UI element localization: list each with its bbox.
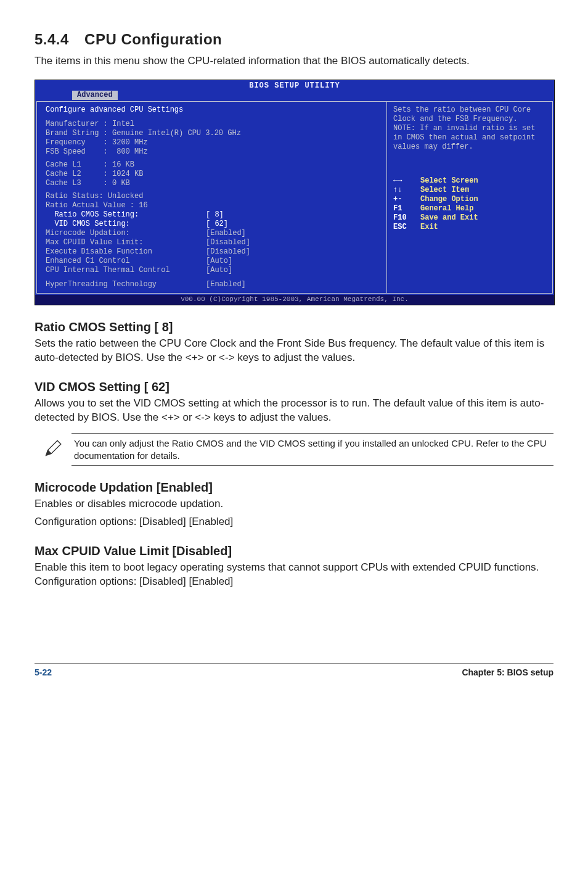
bios-tabs: Advanced [35, 91, 554, 100]
section-intro: The items in this menu show the CPU-rela… [35, 54, 553, 68]
bios-setting-row[interactable]: CPU Internal Thermal Control[Auto] [46, 266, 380, 275]
section-title: CPU Configuration [84, 31, 222, 47]
bios-info-row: Frequency : 3200 MHz [46, 138, 380, 147]
bios-left-heading: Configure advanced CPU Settings [46, 105, 380, 115]
bios-right-panel: Sets the ratio between CPU Core Clock an… [386, 101, 553, 294]
subheading-vid: VID CMOS Setting [ 62] [35, 380, 553, 394]
bios-info-row: Cache L3 : 0 KB [46, 179, 380, 188]
subheading-maxcpuid: Max CPUID Value Limit [Disabled] [35, 544, 553, 558]
bios-left-panel: Configure advanced CPU Settings Manufact… [36, 101, 386, 294]
bios-nav-row: +-Change Option [393, 195, 546, 204]
bios-status-row: Ratio Status: Unlocked [46, 192, 380, 201]
bios-nav-row: ESCExit [393, 223, 546, 232]
bios-nav-row: ↑↓Select Item [393, 186, 546, 195]
body-text: Allows you to set the VID CMOS setting a… [35, 397, 553, 425]
bios-setting-row[interactable]: Microcode Updation:[Enabled] [46, 229, 380, 238]
subheading-microcode: Microcode Updation [Enabled] [35, 481, 553, 495]
bios-help-text: Sets the ratio between CPU Core Clock an… [393, 105, 546, 152]
body-text: Sets the ratio between the CPU Core Cloc… [35, 337, 553, 365]
section-heading: 5.4.4 CPU Configuration [35, 31, 553, 48]
bios-setting-row[interactable]: VID CMOS Setting:[ 62] [46, 220, 380, 229]
pencil-icon [35, 438, 71, 461]
bios-settings-block: Ratio CMOS Setting:[ 8] VID CMOS Setting… [46, 210, 380, 275]
body-text: Enable this item to boot legacy operatin… [35, 561, 553, 589]
subheading-ratio: Ratio CMOS Setting [ 8] [35, 320, 553, 334]
bios-info-row: Cache L2 : 1024 KB [46, 170, 380, 179]
note-text: You can only adjust the Ratio CMOS and t… [71, 433, 553, 466]
bios-footer: v00.00 (C)Copyright 1985-2003, American … [35, 295, 554, 305]
bios-info-row: Brand String : Genuine Intel(R) CPU 3.20… [46, 129, 380, 138]
bios-setting-row[interactable]: Execute Disable Function[Disabled] [46, 247, 380, 257]
bios-nav-row: ←→Select Screen [393, 176, 546, 186]
page-number: 5-22 [35, 667, 52, 677]
chapter-label: Chapter 5: BIOS setup [462, 667, 553, 677]
body-text: Enables or disables microcode updation. [35, 497, 553, 511]
bios-tab-advanced[interactable]: Advanced [72, 91, 118, 100]
bios-setting-row[interactable]: Enhanced C1 Control[Auto] [46, 257, 380, 266]
bios-info-row: Manufacturer : Intel [46, 120, 380, 129]
bios-info-row: FSB Speed : 800 MHz [46, 147, 380, 157]
bios-setting-row[interactable]: HyperThreading Technology[Enabled] [46, 280, 380, 289]
body-text: Configuration options: [Disabled] [Enabl… [35, 515, 553, 529]
bios-status-row: Ratio Actual Value : 16 [46, 201, 380, 210]
page-container: 5.4.4 CPU Configuration The items in thi… [0, 0, 588, 696]
bios-nav-row: F10Save and Exit [393, 213, 546, 223]
bios-title: BIOS SETUP UTILITY [35, 80, 554, 91]
bios-info-row: Cache L1 : 16 KB [46, 160, 380, 170]
bios-info-block: Manufacturer : Intel Brand String : Genu… [46, 120, 380, 188]
bios-screenshot: BIOS SETUP UTILITY Advanced Configure ad… [35, 80, 555, 305]
bios-nav-row: F1General Help [393, 204, 546, 213]
bios-nav-keys: ←→Select Screen ↑↓Select Item +-Change O… [393, 176, 546, 232]
page-footer: 5-22 Chapter 5: BIOS setup [35, 663, 553, 677]
bios-setting-row[interactable]: Ratio CMOS Setting:[ 8] [46, 210, 380, 220]
bios-setting-row[interactable]: Max CPUID Value Limit:[Disabled] [46, 238, 380, 247]
note-box: You can only adjust the Ratio CMOS and t… [35, 433, 553, 466]
section-number: 5.4.4 [35, 31, 69, 48]
